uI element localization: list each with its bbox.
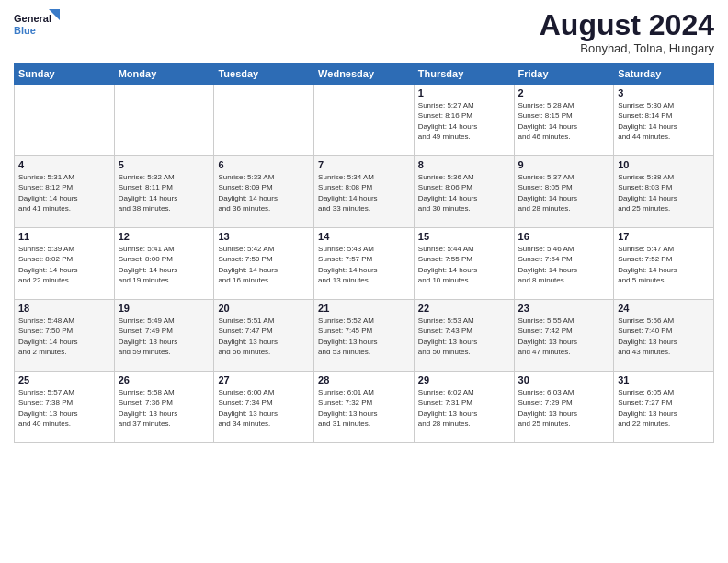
col-header-monday: Monday — [114, 63, 214, 85]
day-info: Sunrise: 5:49 AM Sunset: 7:49 PM Dayligh… — [119, 316, 210, 357]
calendar-cell: 1Sunrise: 5:27 AM Sunset: 8:16 PM Daylig… — [414, 85, 514, 156]
day-info: Sunrise: 5:39 AM Sunset: 8:02 PM Dayligh… — [18, 244, 110, 285]
day-number: 14 — [318, 231, 410, 242]
calendar-cell: 13Sunrise: 5:42 AM Sunset: 7:59 PM Dayli… — [214, 228, 314, 300]
col-header-thursday: Thursday — [414, 63, 514, 85]
day-info: Sunrise: 5:57 AM Sunset: 7:38 PM Dayligh… — [18, 387, 110, 429]
day-info: Sunrise: 5:33 AM Sunset: 8:09 PM Dayligh… — [218, 172, 310, 213]
day-info: Sunrise: 6:03 AM Sunset: 7:29 PM Dayligh… — [518, 387, 610, 429]
calendar-week-5: 25Sunrise: 5:57 AM Sunset: 7:38 PM Dayli… — [15, 372, 714, 443]
day-info: Sunrise: 5:28 AM Sunset: 8:15 PM Dayligh… — [518, 100, 610, 142]
day-number: 25 — [18, 374, 110, 385]
day-number: 5 — [119, 159, 210, 170]
day-number: 29 — [418, 374, 510, 385]
location-subtitle: Bonyhad, Tolna, Hungary — [540, 41, 714, 55]
day-number: 7 — [318, 159, 410, 170]
day-info: Sunrise: 5:47 AM Sunset: 7:52 PM Dayligh… — [618, 244, 710, 285]
day-number: 23 — [518, 303, 610, 314]
day-info: Sunrise: 5:30 AM Sunset: 8:14 PM Dayligh… — [618, 100, 710, 142]
day-number: 1 — [418, 87, 510, 98]
day-info: Sunrise: 5:27 AM Sunset: 8:16 PM Dayligh… — [418, 100, 510, 142]
col-header-wednesday: Wednesday — [314, 63, 415, 85]
day-info: Sunrise: 5:44 AM Sunset: 7:55 PM Dayligh… — [418, 244, 510, 285]
calendar-cell: 8Sunrise: 5:36 AM Sunset: 8:06 PM Daylig… — [414, 156, 514, 228]
day-number: 27 — [218, 374, 310, 385]
calendar-week-4: 18Sunrise: 5:48 AM Sunset: 7:50 PM Dayli… — [15, 300, 714, 372]
logo-svg: GeneralBlue — [14, 9, 60, 39]
day-info: Sunrise: 5:38 AM Sunset: 8:03 PM Dayligh… — [618, 172, 710, 213]
calendar-cell: 14Sunrise: 5:43 AM Sunset: 7:57 PM Dayli… — [314, 228, 415, 300]
day-info: Sunrise: 5:42 AM Sunset: 7:59 PM Dayligh… — [218, 244, 310, 285]
day-number: 19 — [119, 303, 210, 314]
day-number: 9 — [518, 159, 610, 170]
svg-text:General: General — [14, 13, 51, 24]
title-block: August 2024 Bonyhad, Tolna, Hungary — [540, 9, 714, 55]
day-number: 28 — [318, 374, 410, 385]
day-info: Sunrise: 5:43 AM Sunset: 7:57 PM Dayligh… — [318, 244, 410, 285]
day-info: Sunrise: 6:05 AM Sunset: 7:27 PM Dayligh… — [618, 387, 710, 429]
day-number: 15 — [418, 231, 510, 242]
day-number: 10 — [618, 159, 710, 170]
day-info: Sunrise: 5:36 AM Sunset: 8:06 PM Dayligh… — [418, 172, 510, 213]
calendar-cell: 17Sunrise: 5:47 AM Sunset: 7:52 PM Dayli… — [614, 228, 714, 300]
day-info: Sunrise: 5:41 AM Sunset: 8:00 PM Dayligh… — [119, 244, 210, 285]
calendar-cell: 12Sunrise: 5:41 AM Sunset: 8:00 PM Dayli… — [114, 228, 214, 300]
col-header-tuesday: Tuesday — [214, 63, 314, 85]
day-number: 8 — [418, 159, 510, 170]
calendar-cell: 23Sunrise: 5:55 AM Sunset: 7:42 PM Dayli… — [514, 300, 614, 372]
day-number: 16 — [518, 231, 610, 242]
calendar-cell: 15Sunrise: 5:44 AM Sunset: 7:55 PM Dayli… — [414, 228, 514, 300]
calendar-week-1: 1Sunrise: 5:27 AM Sunset: 8:16 PM Daylig… — [15, 85, 714, 156]
day-number: 30 — [518, 374, 610, 385]
month-title: August 2024 — [540, 9, 714, 41]
calendar-cell: 4Sunrise: 5:31 AM Sunset: 8:12 PM Daylig… — [15, 156, 115, 228]
day-info: Sunrise: 5:48 AM Sunset: 7:50 PM Dayligh… — [18, 316, 110, 357]
day-number: 20 — [218, 303, 310, 314]
calendar-cell: 10Sunrise: 5:38 AM Sunset: 8:03 PM Dayli… — [614, 156, 714, 228]
calendar-cell — [314, 85, 415, 156]
calendar-cell: 27Sunrise: 6:00 AM Sunset: 7:34 PM Dayli… — [214, 372, 314, 443]
day-info: Sunrise: 5:56 AM Sunset: 7:40 PM Dayligh… — [618, 316, 710, 357]
day-number: 2 — [518, 87, 610, 98]
day-number: 4 — [18, 159, 110, 170]
calendar-cell: 30Sunrise: 6:03 AM Sunset: 7:29 PM Dayli… — [514, 372, 614, 443]
calendar-cell: 22Sunrise: 5:53 AM Sunset: 7:43 PM Dayli… — [414, 300, 514, 372]
page: GeneralBlue August 2024 Bonyhad, Tolna, … — [0, 0, 728, 563]
day-number: 13 — [218, 231, 310, 242]
day-info: Sunrise: 5:53 AM Sunset: 7:43 PM Dayligh… — [418, 316, 510, 357]
day-info: Sunrise: 6:02 AM Sunset: 7:31 PM Dayligh… — [418, 387, 510, 429]
calendar-cell: 2Sunrise: 5:28 AM Sunset: 8:15 PM Daylig… — [514, 85, 614, 156]
calendar-cell: 3Sunrise: 5:30 AM Sunset: 8:14 PM Daylig… — [614, 85, 714, 156]
calendar-cell: 5Sunrise: 5:32 AM Sunset: 8:11 PM Daylig… — [114, 156, 214, 228]
day-number: 6 — [218, 159, 310, 170]
day-info: Sunrise: 5:34 AM Sunset: 8:08 PM Dayligh… — [318, 172, 410, 213]
day-info: Sunrise: 5:55 AM Sunset: 7:42 PM Dayligh… — [518, 316, 610, 357]
calendar-cell: 25Sunrise: 5:57 AM Sunset: 7:38 PM Dayli… — [15, 372, 115, 443]
day-info: Sunrise: 5:58 AM Sunset: 7:36 PM Dayligh… — [119, 387, 210, 429]
calendar-cell: 20Sunrise: 5:51 AM Sunset: 7:47 PM Dayli… — [214, 300, 314, 372]
calendar: SundayMondayTuesdayWednesdayThursdayFrid… — [14, 63, 714, 443]
day-number: 3 — [618, 87, 710, 98]
day-number: 17 — [618, 231, 710, 242]
day-info: Sunrise: 5:37 AM Sunset: 8:05 PM Dayligh… — [518, 172, 610, 213]
calendar-cell: 6Sunrise: 5:33 AM Sunset: 8:09 PM Daylig… — [214, 156, 314, 228]
calendar-cell: 11Sunrise: 5:39 AM Sunset: 8:02 PM Dayli… — [15, 228, 115, 300]
col-header-sunday: Sunday — [15, 63, 115, 85]
logo: GeneralBlue — [14, 9, 60, 39]
day-number: 24 — [618, 303, 710, 314]
day-number: 22 — [418, 303, 510, 314]
col-header-saturday: Saturday — [614, 63, 714, 85]
calendar-cell: 7Sunrise: 5:34 AM Sunset: 8:08 PM Daylig… — [314, 156, 415, 228]
calendar-cell: 24Sunrise: 5:56 AM Sunset: 7:40 PM Dayli… — [614, 300, 714, 372]
day-number: 11 — [18, 231, 110, 242]
day-info: Sunrise: 6:01 AM Sunset: 7:32 PM Dayligh… — [318, 387, 410, 429]
day-info: Sunrise: 5:52 AM Sunset: 7:45 PM Dayligh… — [318, 316, 410, 357]
calendar-cell — [15, 85, 115, 156]
day-info: Sunrise: 5:31 AM Sunset: 8:12 PM Dayligh… — [18, 172, 110, 213]
calendar-week-3: 11Sunrise: 5:39 AM Sunset: 8:02 PM Dayli… — [15, 228, 714, 300]
calendar-cell: 29Sunrise: 6:02 AM Sunset: 7:31 PM Dayli… — [414, 372, 514, 443]
day-info: Sunrise: 5:32 AM Sunset: 8:11 PM Dayligh… — [119, 172, 210, 213]
calendar-header-row: SundayMondayTuesdayWednesdayThursdayFrid… — [15, 63, 714, 85]
day-number: 12 — [119, 231, 210, 242]
day-info: Sunrise: 5:51 AM Sunset: 7:47 PM Dayligh… — [218, 316, 310, 357]
